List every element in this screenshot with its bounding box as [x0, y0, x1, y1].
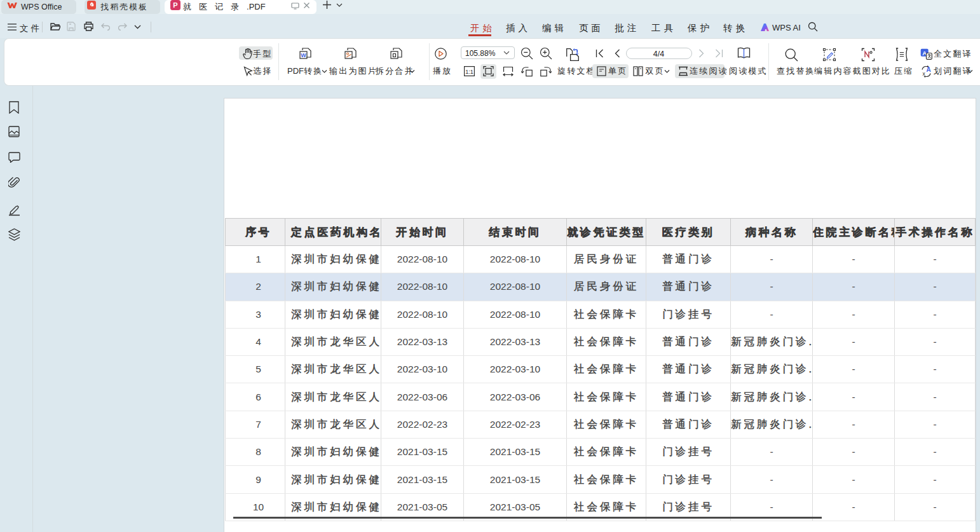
svg-text:W: W — [301, 52, 306, 58]
svg-text:A: A — [927, 66, 931, 73]
svg-text:P: P — [173, 1, 177, 9]
svg-text:1:1: 1:1 — [465, 69, 473, 75]
